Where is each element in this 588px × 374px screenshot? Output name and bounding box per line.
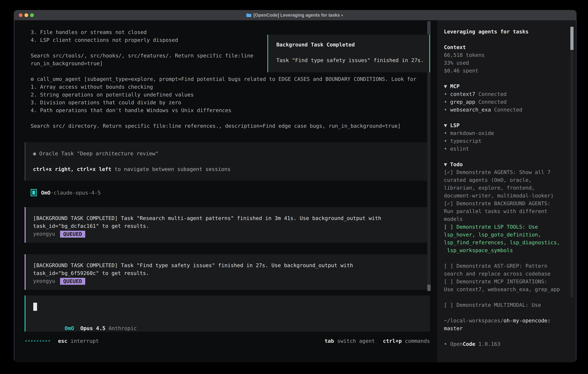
tool-call-line: 2. String operations on potentially unde… [25,91,430,99]
todo-item-line: search and replace across codebase [444,270,576,278]
spacer [444,293,576,301]
mcp-item: • websearch_exa Connected [444,106,576,114]
todo-item-line-active: lsp_hover, lsp_goto_definition, [444,231,576,239]
tool-call-line: 4. Path operations that don't handle Win… [25,106,430,114]
oracle-icon: ◉ [33,151,36,156]
session-sidebar: Leveraging agents for tasks Context 66,5… [437,20,576,362]
lsp-item: • typescript [444,137,576,145]
bullet-icon: • [444,146,450,152]
zoom-button[interactable] [30,13,34,17]
todo-item-line-active: lsp_workspace_symbols [444,246,576,254]
chevron-down-icon: ▼ [444,161,447,167]
tool-call-line: 3. Division operations that could divide… [25,99,430,106]
status-badge: QUEUED [60,278,85,285]
folder-icon [246,13,251,17]
workspace-repo: oh-my-opencode: [504,318,551,323]
spacer [444,309,576,317]
sidebar-session-title: Leveraging agents for tasks [444,28,576,36]
spacer [444,153,576,161]
version-brand-a: Open [450,341,463,347]
version-brand-b: Code [463,341,475,347]
workspace-path: ~/local-workspaces/oh-my-opencode: [444,317,576,324]
bullet-icon: • [444,99,450,105]
context-tokens: 66,518 tokens [444,51,576,59]
todo-section-header[interactable]: ▼ Todo [444,161,576,168]
key-combo: ctrl+x right, ctrl+x left [33,166,111,172]
bullet-icon: • [444,130,450,136]
mcp-name: websearch_exa [450,107,491,113]
message-meta: yeongyuQUEUED [33,277,430,285]
lsp-name: eslint [450,146,469,152]
sidebar-scrollbar-track[interactable] [570,27,574,297]
bullet-icon: • [444,138,450,144]
sidebar-scrollbar-thumb[interactable] [570,27,574,50]
username: yeongyu [33,278,55,284]
status-badge: QUEUED [60,231,85,238]
tool-call-line: 1. Array access without bounds checking [25,83,430,91]
main-scrollbar-thumb-top[interactable] [427,21,430,34]
input-agent-name: OmO [65,325,74,331]
ctrlp-key-label: commands [405,338,430,344]
tool-call-line: Search src/ directory. Return specific f… [25,122,430,130]
tab-key-hint: tab [325,338,334,344]
mcp-name: context7 [450,91,475,97]
text-cursor [33,303,37,311]
esc-key-hint: esc [58,338,67,344]
titlebar[interactable]: [OpenCode] Leveraging agents for tasks ◐ [14,10,577,20]
message-meta: yeongyuQUEUED [33,230,430,238]
mcp-item: • context7 Connected [444,90,576,98]
spacer [444,75,576,83]
toast-body: Task "Find type safety issues" finished … [276,56,429,64]
close-button[interactable] [19,13,22,17]
background-task-message: [BACKGROUND TASK COMPLETED] Task "Find t… [25,254,430,290]
oracle-task-card: ◉ Oracle Task "Deep architecture review"… [25,142,430,181]
spacer [276,49,429,56]
mcp-section-header[interactable]: ▼ MCP [444,83,576,90]
version-number: 1.0.163 [475,341,500,347]
minimize-button[interactable] [24,13,28,17]
todo-item-line: curated agents (OmO, oracle, [444,176,576,184]
context-heading: Context [444,43,576,51]
mcp-name: grep_app [450,99,475,105]
context-spent: $0.46 spent [444,67,576,75]
spacer [33,157,430,165]
hint-text: to navigate between subagent sessions [111,166,231,172]
message-text: task_id="bg_6f59260c" to get results. [33,269,430,277]
lsp-item: • eslint [444,145,576,153]
mcp-status: Connected [491,107,522,113]
terminal-content: 3. File handles or streams not closed 4.… [14,20,576,362]
bullet-icon: • [444,91,450,97]
main-scrollbar-thumb[interactable] [427,285,430,291]
background-task-message: [BACKGROUND TASK COMPLETED] Task "Resear… [25,207,430,243]
lsp-section-header[interactable]: ▼ LSP [444,122,576,129]
tool-call-line: ⚙ call_omo_agent [subagent_type=explore,… [25,75,430,83]
workspace-prefix: ~/local-workspaces/ [444,318,504,323]
spacer [444,36,576,43]
workspace-branch: master [444,324,576,332]
message-text: [BACKGROUND TASK COMPLETED] Task "Resear… [33,214,430,222]
toast-title: Background Task Completed [276,41,429,49]
todo-item-line: [✓] Demonstrate BACKGROUND AGENTS: [444,200,576,208]
status-bar: esc interrupt tab switch agent ctrl+p co… [25,337,430,345]
chevron-down-icon: ▼ [444,83,447,89]
window-title: [OpenCode] Leveraging agents for tasks ◐ [246,13,344,18]
message-text: [BACKGROUND TASK COMPLETED] Task "Find t… [33,261,430,269]
input-provider: Anthropic [108,325,137,331]
oracle-task-title: ◉ Oracle Task "Deep architecture review" [33,150,430,157]
activity-dots-icon [25,340,50,342]
todo-item-line: [✓] Demonstrate AGENTS: Show all 7 [444,168,576,176]
lsp-name: markdown-oxide [450,130,494,136]
todo-item-line: models [444,215,576,223]
todo-item-line: [ ] Demonstrate MULTIMODAL: Use [444,301,576,309]
app-window: 3. File handles or streams not closed 4.… [14,10,577,362]
todo-item-line: Use context7, websearch_exa, grep_app [444,285,576,293]
spacer [444,114,576,122]
bullet-icon: • [444,341,450,347]
todo-item-line: Run parallel tasks with different [444,208,576,215]
todo-item-line: [ ] Demonstrate AST-GREP: Pattern [444,262,576,270]
chevron-down-icon: ▼ [444,122,447,128]
lsp-name: typescript [450,138,482,144]
prompt-input[interactable]: OmO Opus 4.5 Anthropic [25,295,430,332]
tool-call-text: call_omo_agent [subagent_type=explore, p… [37,76,416,82]
input-model-row: OmO Opus 4.5 Anthropic [33,317,430,324]
